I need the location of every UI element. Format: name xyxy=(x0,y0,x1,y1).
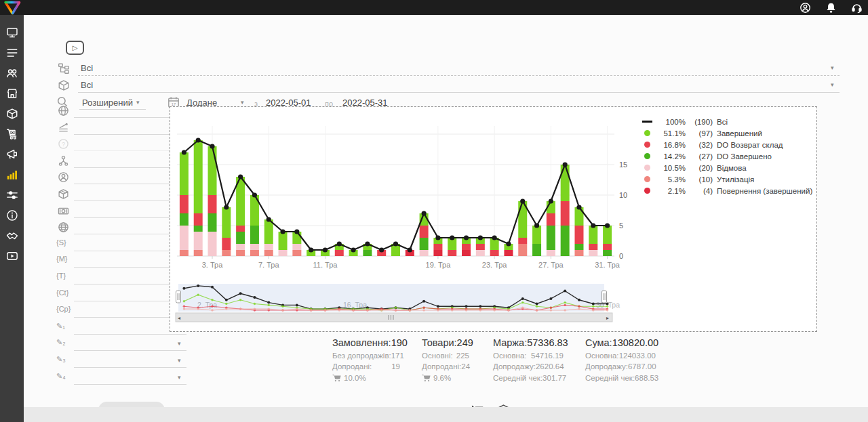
side-filter-pencil-2[interactable]: ✎₂▾ xyxy=(47,335,193,352)
bar-segment[interactable] xyxy=(194,140,203,213)
bar-segment[interactable] xyxy=(420,250,429,256)
bar-segment[interactable] xyxy=(222,238,231,250)
navigator-selection[interactable] xyxy=(178,284,604,312)
bar-segment[interactable] xyxy=(292,250,301,256)
bar-segment[interactable] xyxy=(574,207,583,226)
bar-segment[interactable] xyxy=(574,250,583,256)
bar-segment[interactable] xyxy=(476,244,485,250)
bar-segment[interactable] xyxy=(574,226,583,244)
bar-segment[interactable] xyxy=(433,250,442,256)
bar-segment[interactable] xyxy=(194,232,203,250)
line-point[interactable] xyxy=(224,205,229,209)
bar-segment[interactable] xyxy=(335,250,344,256)
line-point[interactable] xyxy=(422,211,427,215)
bar-segment[interactable] xyxy=(589,250,597,256)
line-point[interactable] xyxy=(534,223,539,228)
bar-segment[interactable] xyxy=(518,238,527,244)
line-point[interactable] xyxy=(379,247,384,252)
product-filter-select[interactable]: Всі xyxy=(81,80,93,90)
line-point[interactable] xyxy=(506,241,511,246)
line-point[interactable] xyxy=(492,235,497,240)
line-point[interactable] xyxy=(520,198,525,203)
bar-segment[interactable] xyxy=(462,244,471,250)
line-point[interactable] xyxy=(393,241,398,246)
line-point[interactable] xyxy=(605,223,610,228)
video-tutorial-button[interactable]: ▷ xyxy=(66,41,84,55)
line-point[interactable] xyxy=(267,217,271,221)
bar-segment[interactable] xyxy=(250,250,259,256)
legend-item[interactable]: 2.1%(4)Повернення (завершений) xyxy=(638,185,812,196)
sidebar-item-video[interactable] xyxy=(0,247,24,265)
bar-segment[interactable] xyxy=(250,244,259,250)
line-point[interactable] xyxy=(576,205,581,209)
line-point[interactable] xyxy=(450,235,454,240)
sidebar-item-store[interactable] xyxy=(0,85,24,102)
sidebar-item-partners[interactable] xyxy=(0,227,24,245)
bar-segment[interactable] xyxy=(279,232,288,250)
bar-segment[interactable] xyxy=(561,201,570,226)
line-point[interactable] xyxy=(294,229,299,234)
bar-segment[interactable] xyxy=(236,244,245,250)
bar-segment[interactable] xyxy=(589,226,597,244)
side-filter-pencil-3[interactable]: ✎₃▾ xyxy=(47,352,193,369)
bar-segment[interactable] xyxy=(236,250,245,256)
bar-segment[interactable] xyxy=(532,244,541,256)
bar-segment[interactable] xyxy=(236,226,245,232)
line-point[interactable] xyxy=(365,241,370,246)
bar-segment[interactable] xyxy=(292,244,301,250)
sidebar-item-marketing[interactable] xyxy=(0,146,24,163)
sidebar-item-analytics[interactable] xyxy=(0,166,24,184)
notifications-bell-icon[interactable] xyxy=(825,1,837,14)
side-filter-pencil-4[interactable]: ✎₄▾ xyxy=(47,369,193,386)
bar-segment[interactable] xyxy=(194,213,203,226)
select-underline[interactable] xyxy=(74,334,186,335)
line-point[interactable] xyxy=(478,235,483,240)
bar-segment[interactable] xyxy=(222,250,231,256)
account-icon[interactable] xyxy=(799,1,811,14)
line-point[interactable] xyxy=(280,229,285,234)
bar-segment[interactable] xyxy=(589,244,597,250)
bar-segment[interactable] xyxy=(363,250,372,256)
bar-segment[interactable] xyxy=(420,226,429,238)
line-point[interactable] xyxy=(252,192,257,197)
bar-segment[interactable] xyxy=(420,238,429,250)
product-filter-underline[interactable] xyxy=(78,92,840,93)
legend-item[interactable]: 10.5%(20)Відмова xyxy=(638,162,812,173)
bar-segment[interactable] xyxy=(603,244,612,250)
bar-segment[interactable] xyxy=(547,213,555,226)
select-underline[interactable] xyxy=(74,384,186,385)
bar-segment[interactable] xyxy=(208,213,217,232)
line-point[interactable] xyxy=(210,144,214,148)
bar-segment[interactable] xyxy=(180,250,189,256)
bar-segment[interactable] xyxy=(532,226,541,244)
bar-segment[interactable] xyxy=(547,250,555,256)
legend-item[interactable]: 5.3%(10)Утилізація xyxy=(638,173,812,185)
category-filter-select[interactable]: Всі xyxy=(81,63,93,73)
app-logo[interactable] xyxy=(3,0,22,18)
bar-segment[interactable] xyxy=(433,244,442,250)
bar-segment[interactable] xyxy=(236,232,245,244)
line-point[interactable] xyxy=(323,247,328,252)
category-filter-underline[interactable] xyxy=(78,75,840,76)
navigator-handle-right[interactable] xyxy=(602,291,607,303)
bar-segment[interactable] xyxy=(208,232,217,256)
select-underline[interactable] xyxy=(74,350,186,351)
bar-segment[interactable] xyxy=(264,219,273,244)
sidebar-item-settings[interactable] xyxy=(0,186,24,204)
line-point[interactable] xyxy=(182,150,186,154)
bar-segment[interactable] xyxy=(547,226,555,250)
bar-segment[interactable] xyxy=(603,250,612,256)
line-point[interactable] xyxy=(351,247,355,252)
bar-segment[interactable] xyxy=(279,250,288,256)
support-headset-icon[interactable] xyxy=(850,1,863,14)
bar-segment[interactable] xyxy=(180,213,189,226)
legend-item[interactable]: 51.1%(97)Завершений xyxy=(638,127,812,139)
line-point[interactable] xyxy=(196,138,201,142)
line-point[interactable] xyxy=(563,162,568,167)
legend-item[interactable]: 100%(190)Всі xyxy=(638,116,812,127)
bar-segment[interactable] xyxy=(490,250,499,256)
line-point[interactable] xyxy=(238,174,243,179)
line-point[interactable] xyxy=(464,235,469,240)
bar-segment[interactable] xyxy=(561,226,570,256)
bar-segment[interactable] xyxy=(504,250,513,256)
